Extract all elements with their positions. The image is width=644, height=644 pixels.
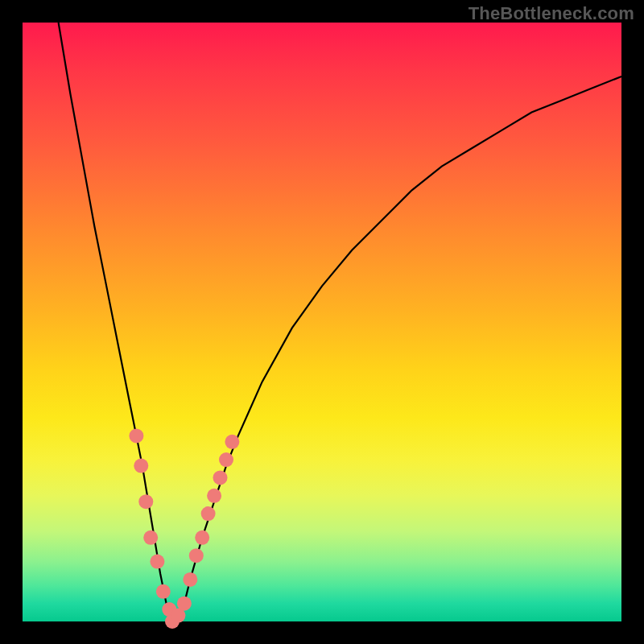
marker-dot bbox=[219, 452, 233, 467]
chart-svg bbox=[23, 23, 621, 621]
marker-dot bbox=[150, 555, 164, 569]
marker-dot bbox=[177, 597, 192, 611]
watermark-text: TheBottleneck.com bbox=[469, 3, 634, 24]
marker-dot bbox=[156, 584, 171, 599]
plot-area bbox=[23, 23, 621, 621]
marker-dot bbox=[129, 428, 143, 443]
marker-dot bbox=[201, 506, 216, 521]
marker-dot bbox=[183, 572, 197, 587]
marker-dot bbox=[189, 548, 204, 563]
marker-dot bbox=[213, 470, 228, 485]
marker-group bbox=[129, 428, 239, 629]
marker-dot bbox=[143, 530, 158, 545]
marker-dot bbox=[225, 435, 239, 449]
marker-dot bbox=[195, 530, 209, 545]
marker-dot bbox=[207, 489, 221, 503]
curve-path bbox=[59, 23, 621, 621]
outer-frame: TheBottleneck.com bbox=[0, 0, 644, 644]
marker-dot bbox=[134, 459, 148, 473]
marker-dot bbox=[138, 494, 153, 509]
